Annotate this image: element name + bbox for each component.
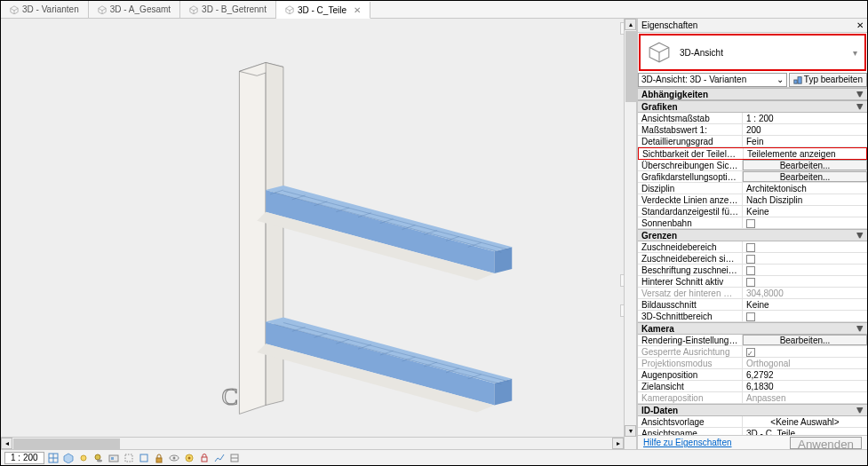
3d-viewport[interactable]: C ▾ ◉ ▾ ▴ ▾ ◂ ▸ — [1, 19, 637, 449]
category-header[interactable]: Abhängigkeiten⯆ — [638, 88, 867, 100]
scale-selector[interactable]: 1 : 200 — [4, 452, 44, 464]
view-tab[interactable]: 3D - Varianten — [1, 1, 89, 18]
property-value[interactable]: 6,2792 — [743, 369, 867, 380]
cube-icon — [189, 5, 198, 14]
temp-hide-icon[interactable] — [168, 452, 180, 464]
scroll-up-icon[interactable]: ▴ — [625, 19, 636, 30]
property-label: Hinterer Schnitt aktiv — [638, 276, 743, 287]
view-tab[interactable]: 3D - B_Getrennt — [180, 1, 276, 18]
sun-path-icon[interactable] — [77, 452, 90, 464]
svg-point-51 — [95, 454, 100, 460]
category-header[interactable]: Kamera⯆ — [638, 322, 867, 335]
property-row: Zuschneidebereich sichtbar — [638, 253, 867, 265]
property-row: Rendering-EinstellungenBearbeiten... — [638, 335, 867, 346]
svg-rect-62 — [202, 457, 207, 462]
property-edit-button[interactable]: Bearbeiten... — [743, 171, 867, 182]
category-header[interactable]: Grenzen⯆ — [638, 229, 867, 241]
property-checkbox[interactable] — [743, 311, 867, 321]
property-row: GrafikdarstellungsoptionenBearbeiten... — [638, 171, 867, 183]
scroll-right-icon[interactable]: ▸ — [612, 438, 624, 449]
property-value[interactable]: Fein — [743, 136, 867, 146]
checkbox-icon — [746, 219, 755, 228]
view-tab[interactable]: 3D - C_Teile✕ — [276, 2, 370, 19]
property-row: Hinterer Schnitt aktiv — [638, 276, 867, 288]
visual-style-icon[interactable] — [62, 452, 75, 464]
property-checkbox[interactable] — [743, 241, 867, 252]
category-label: Abhängigkeiten — [641, 90, 708, 99]
tab-label: 3D - A_Gesamt — [110, 4, 171, 14]
property-label: Sonnenbahn — [638, 217, 743, 228]
property-row: DisziplinArchitektonisch — [638, 183, 867, 194]
checkbox-icon — [746, 348, 755, 357]
property-row: Augenposition6,2792 — [638, 369, 867, 381]
view-selector[interactable]: 3D-Ansicht: 3D - Varianten ⌄ — [638, 73, 787, 87]
property-value: Orthogonal — [743, 358, 867, 368]
property-value: 304,8000 — [743, 288, 867, 298]
crop-visible-icon[interactable] — [138, 452, 150, 464]
property-checkbox[interactable] — [743, 253, 867, 264]
lock-icon[interactable] — [153, 452, 165, 464]
property-value[interactable]: Keine — [743, 299, 867, 310]
property-label: Bildausschnitt — [638, 299, 743, 310]
shadows-icon[interactable] — [92, 452, 105, 464]
collapse-icon: ⯆ — [856, 407, 864, 415]
chevron-down-icon: ⌄ — [776, 75, 784, 84]
close-icon[interactable]: ✕ — [856, 20, 864, 30]
property-checkbox[interactable] — [743, 265, 867, 275]
view-control-bar: 1 : 200 — [1, 449, 867, 465]
property-value[interactable]: Nach Disziplin — [743, 194, 867, 205]
category-header[interactable]: Grafiken⯆ — [638, 100, 867, 113]
close-icon[interactable]: ✕ — [354, 5, 361, 15]
property-row: KamerapositionAnpassen — [638, 392, 867, 404]
property-value[interactable]: Keine — [743, 206, 867, 217]
detail-level-icon[interactable] — [47, 452, 60, 464]
analytical-icon[interactable] — [213, 452, 226, 464]
crop-icon[interactable] — [123, 452, 135, 464]
property-edit-button[interactable]: Bearbeiten... — [743, 335, 867, 345]
svg-marker-8 — [239, 62, 266, 414]
property-value[interactable]: Teilelemente anzeigen — [744, 148, 866, 159]
collapse-icon: ⯆ — [856, 91, 864, 99]
property-value[interactable]: <Keine Auswahl> — [743, 416, 867, 427]
apply-button[interactable]: Anwenden — [790, 437, 862, 449]
reveal-icon[interactable] — [183, 452, 195, 464]
constraints-icon[interactable] — [198, 452, 211, 464]
property-row: Überschreibungen Sichtbarkeit/Grafi...Be… — [638, 160, 867, 171]
type-selector-box[interactable]: 3D-Ansicht ▾ — [639, 34, 866, 71]
property-row: ProjektionsmodusOrthogonal — [638, 358, 867, 369]
property-row: Maßstabswert 1:200 — [638, 124, 867, 136]
horizontal-scrollbar[interactable]: ◂ ▸ — [1, 437, 624, 449]
view-tab[interactable]: 3D - A_Gesamt — [89, 1, 180, 18]
scroll-thumb[interactable] — [625, 31, 636, 102]
property-checkbox[interactable] — [743, 276, 867, 287]
svg-rect-55 — [125, 454, 132, 462]
edit-type-button[interactable]: Typ bearbeiten — [789, 73, 867, 87]
property-value[interactable]: 200 — [743, 124, 867, 135]
property-value[interactable]: 3D - C_Teile — [743, 428, 867, 435]
rendering-icon[interactable] — [108, 452, 120, 464]
property-edit-button[interactable]: Bearbeiten... — [743, 160, 867, 170]
property-label: Ansichtsname — [638, 428, 743, 435]
scroll-thumb[interactable] — [13, 438, 120, 449]
svg-point-61 — [187, 456, 190, 459]
checkbox-icon — [746, 278, 755, 287]
property-value[interactable]: 6,1830 — [743, 381, 867, 391]
svg-point-52 — [97, 459, 102, 462]
properties-panel: Eigenschaften ✕ 3D-Ansicht ▾ 3D-Ansicht:… — [637, 19, 867, 449]
category-header[interactable]: ID-Daten⯆ — [638, 404, 867, 416]
property-checkbox[interactable] — [743, 217, 867, 228]
tools-icon[interactable] — [228, 452, 241, 464]
property-row: Versatz der hinteren Grenze304,8000 — [638, 288, 867, 299]
property-value[interactable]: 1 : 200 — [743, 113, 867, 123]
property-row: Ansichtsmaßstab1 : 200 — [638, 113, 867, 124]
vertical-scrollbar[interactable]: ▴ ▾ — [624, 19, 636, 449]
property-value: Anpassen — [743, 392, 867, 403]
scroll-down-icon[interactable]: ▾ — [625, 425, 636, 437]
svg-rect-54 — [111, 457, 114, 460]
category-label: ID-Daten — [641, 406, 678, 415]
help-link[interactable]: Hilfe zu Eigenschaften — [643, 438, 732, 447]
scroll-left-icon[interactable]: ◂ — [1, 438, 12, 449]
chevron-down-icon: ▾ — [853, 48, 857, 58]
property-value[interactable]: Architektonisch — [743, 183, 867, 194]
property-checkbox — [743, 346, 867, 357]
